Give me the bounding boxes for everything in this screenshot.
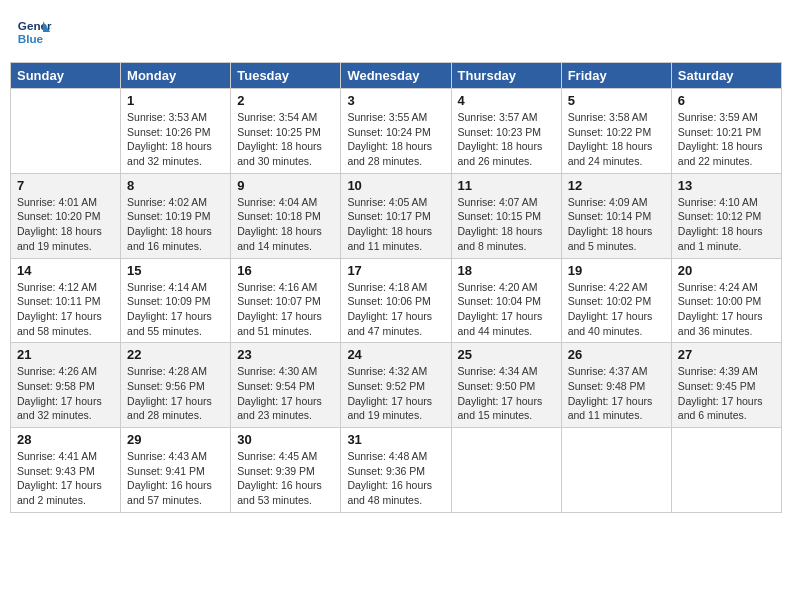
day-detail: Sunrise: 4:26 AM Sunset: 9:58 PM Dayligh… bbox=[17, 364, 114, 423]
day-number: 21 bbox=[17, 347, 114, 362]
day-number: 1 bbox=[127, 93, 224, 108]
day-detail: Sunrise: 4:24 AM Sunset: 10:00 PM Daylig… bbox=[678, 280, 775, 339]
svg-text:Blue: Blue bbox=[18, 32, 44, 45]
day-number: 31 bbox=[347, 432, 444, 447]
day-detail: Sunrise: 3:57 AM Sunset: 10:23 PM Daylig… bbox=[458, 110, 555, 169]
day-number: 2 bbox=[237, 93, 334, 108]
day-detail: Sunrise: 4:02 AM Sunset: 10:19 PM Daylig… bbox=[127, 195, 224, 254]
day-number: 10 bbox=[347, 178, 444, 193]
day-number: 25 bbox=[458, 347, 555, 362]
calendar-cell: 30Sunrise: 4:45 AM Sunset: 9:39 PM Dayli… bbox=[231, 428, 341, 513]
day-detail: Sunrise: 4:09 AM Sunset: 10:14 PM Daylig… bbox=[568, 195, 665, 254]
day-detail: Sunrise: 4:12 AM Sunset: 10:11 PM Daylig… bbox=[17, 280, 114, 339]
day-detail: Sunrise: 4:34 AM Sunset: 9:50 PM Dayligh… bbox=[458, 364, 555, 423]
day-detail: Sunrise: 4:41 AM Sunset: 9:43 PM Dayligh… bbox=[17, 449, 114, 508]
calendar-cell: 25Sunrise: 4:34 AM Sunset: 9:50 PM Dayli… bbox=[451, 343, 561, 428]
col-header-monday: Monday bbox=[121, 63, 231, 89]
calendar-cell: 10Sunrise: 4:05 AM Sunset: 10:17 PM Dayl… bbox=[341, 173, 451, 258]
day-detail: Sunrise: 4:01 AM Sunset: 10:20 PM Daylig… bbox=[17, 195, 114, 254]
day-detail: Sunrise: 4:16 AM Sunset: 10:07 PM Daylig… bbox=[237, 280, 334, 339]
day-number: 18 bbox=[458, 263, 555, 278]
day-detail: Sunrise: 4:45 AM Sunset: 9:39 PM Dayligh… bbox=[237, 449, 334, 508]
day-detail: Sunrise: 4:43 AM Sunset: 9:41 PM Dayligh… bbox=[127, 449, 224, 508]
day-number: 13 bbox=[678, 178, 775, 193]
logo: General Blue bbox=[16, 14, 52, 50]
calendar-cell: 14Sunrise: 4:12 AM Sunset: 10:11 PM Dayl… bbox=[11, 258, 121, 343]
calendar-cell: 8Sunrise: 4:02 AM Sunset: 10:19 PM Dayli… bbox=[121, 173, 231, 258]
day-detail: Sunrise: 4:48 AM Sunset: 9:36 PM Dayligh… bbox=[347, 449, 444, 508]
calendar-cell: 29Sunrise: 4:43 AM Sunset: 9:41 PM Dayli… bbox=[121, 428, 231, 513]
day-number: 22 bbox=[127, 347, 224, 362]
day-number: 5 bbox=[568, 93, 665, 108]
day-detail: Sunrise: 4:18 AM Sunset: 10:06 PM Daylig… bbox=[347, 280, 444, 339]
day-detail: Sunrise: 4:05 AM Sunset: 10:17 PM Daylig… bbox=[347, 195, 444, 254]
calendar-cell: 21Sunrise: 4:26 AM Sunset: 9:58 PM Dayli… bbox=[11, 343, 121, 428]
calendar-cell: 31Sunrise: 4:48 AM Sunset: 9:36 PM Dayli… bbox=[341, 428, 451, 513]
calendar-cell: 9Sunrise: 4:04 AM Sunset: 10:18 PM Dayli… bbox=[231, 173, 341, 258]
calendar-cell: 18Sunrise: 4:20 AM Sunset: 10:04 PM Dayl… bbox=[451, 258, 561, 343]
day-detail: Sunrise: 4:14 AM Sunset: 10:09 PM Daylig… bbox=[127, 280, 224, 339]
day-number: 29 bbox=[127, 432, 224, 447]
calendar-cell: 2Sunrise: 3:54 AM Sunset: 10:25 PM Dayli… bbox=[231, 89, 341, 174]
day-number: 7 bbox=[17, 178, 114, 193]
calendar-cell: 17Sunrise: 4:18 AM Sunset: 10:06 PM Dayl… bbox=[341, 258, 451, 343]
day-detail: Sunrise: 4:07 AM Sunset: 10:15 PM Daylig… bbox=[458, 195, 555, 254]
calendar-cell bbox=[671, 428, 781, 513]
day-number: 24 bbox=[347, 347, 444, 362]
day-detail: Sunrise: 4:04 AM Sunset: 10:18 PM Daylig… bbox=[237, 195, 334, 254]
day-number: 30 bbox=[237, 432, 334, 447]
day-detail: Sunrise: 3:54 AM Sunset: 10:25 PM Daylig… bbox=[237, 110, 334, 169]
day-detail: Sunrise: 4:10 AM Sunset: 10:12 PM Daylig… bbox=[678, 195, 775, 254]
logo-icon: General Blue bbox=[16, 14, 52, 50]
day-detail: Sunrise: 4:32 AM Sunset: 9:52 PM Dayligh… bbox=[347, 364, 444, 423]
col-header-sunday: Sunday bbox=[11, 63, 121, 89]
calendar-cell bbox=[11, 89, 121, 174]
calendar-cell: 20Sunrise: 4:24 AM Sunset: 10:00 PM Dayl… bbox=[671, 258, 781, 343]
calendar-cell: 16Sunrise: 4:16 AM Sunset: 10:07 PM Dayl… bbox=[231, 258, 341, 343]
calendar-cell: 26Sunrise: 4:37 AM Sunset: 9:48 PM Dayli… bbox=[561, 343, 671, 428]
day-number: 20 bbox=[678, 263, 775, 278]
col-header-saturday: Saturday bbox=[671, 63, 781, 89]
day-number: 28 bbox=[17, 432, 114, 447]
calendar-cell: 22Sunrise: 4:28 AM Sunset: 9:56 PM Dayli… bbox=[121, 343, 231, 428]
day-detail: Sunrise: 4:39 AM Sunset: 9:45 PM Dayligh… bbox=[678, 364, 775, 423]
calendar-cell: 5Sunrise: 3:58 AM Sunset: 10:22 PM Dayli… bbox=[561, 89, 671, 174]
day-number: 11 bbox=[458, 178, 555, 193]
day-number: 6 bbox=[678, 93, 775, 108]
calendar-cell: 4Sunrise: 3:57 AM Sunset: 10:23 PM Dayli… bbox=[451, 89, 561, 174]
calendar-cell: 27Sunrise: 4:39 AM Sunset: 9:45 PM Dayli… bbox=[671, 343, 781, 428]
calendar-cell: 6Sunrise: 3:59 AM Sunset: 10:21 PM Dayli… bbox=[671, 89, 781, 174]
calendar-cell: 24Sunrise: 4:32 AM Sunset: 9:52 PM Dayli… bbox=[341, 343, 451, 428]
day-number: 19 bbox=[568, 263, 665, 278]
calendar-cell: 23Sunrise: 4:30 AM Sunset: 9:54 PM Dayli… bbox=[231, 343, 341, 428]
col-header-tuesday: Tuesday bbox=[231, 63, 341, 89]
col-header-thursday: Thursday bbox=[451, 63, 561, 89]
calendar-cell: 12Sunrise: 4:09 AM Sunset: 10:14 PM Dayl… bbox=[561, 173, 671, 258]
calendar-cell: 11Sunrise: 4:07 AM Sunset: 10:15 PM Dayl… bbox=[451, 173, 561, 258]
calendar-cell: 15Sunrise: 4:14 AM Sunset: 10:09 PM Dayl… bbox=[121, 258, 231, 343]
day-number: 26 bbox=[568, 347, 665, 362]
col-header-wednesday: Wednesday bbox=[341, 63, 451, 89]
day-detail: Sunrise: 4:30 AM Sunset: 9:54 PM Dayligh… bbox=[237, 364, 334, 423]
day-detail: Sunrise: 3:55 AM Sunset: 10:24 PM Daylig… bbox=[347, 110, 444, 169]
day-number: 17 bbox=[347, 263, 444, 278]
calendar-cell: 13Sunrise: 4:10 AM Sunset: 10:12 PM Dayl… bbox=[671, 173, 781, 258]
day-number: 23 bbox=[237, 347, 334, 362]
day-number: 3 bbox=[347, 93, 444, 108]
calendar-table: SundayMondayTuesdayWednesdayThursdayFrid… bbox=[10, 62, 782, 513]
day-detail: Sunrise: 4:28 AM Sunset: 9:56 PM Dayligh… bbox=[127, 364, 224, 423]
day-number: 9 bbox=[237, 178, 334, 193]
day-detail: Sunrise: 3:53 AM Sunset: 10:26 PM Daylig… bbox=[127, 110, 224, 169]
day-number: 16 bbox=[237, 263, 334, 278]
calendar-cell: 1Sunrise: 3:53 AM Sunset: 10:26 PM Dayli… bbox=[121, 89, 231, 174]
day-number: 8 bbox=[127, 178, 224, 193]
day-number: 12 bbox=[568, 178, 665, 193]
day-detail: Sunrise: 4:20 AM Sunset: 10:04 PM Daylig… bbox=[458, 280, 555, 339]
calendar-cell: 3Sunrise: 3:55 AM Sunset: 10:24 PM Dayli… bbox=[341, 89, 451, 174]
calendar-cell: 19Sunrise: 4:22 AM Sunset: 10:02 PM Dayl… bbox=[561, 258, 671, 343]
day-number: 15 bbox=[127, 263, 224, 278]
col-header-friday: Friday bbox=[561, 63, 671, 89]
day-detail: Sunrise: 4:22 AM Sunset: 10:02 PM Daylig… bbox=[568, 280, 665, 339]
day-number: 14 bbox=[17, 263, 114, 278]
calendar-cell: 28Sunrise: 4:41 AM Sunset: 9:43 PM Dayli… bbox=[11, 428, 121, 513]
